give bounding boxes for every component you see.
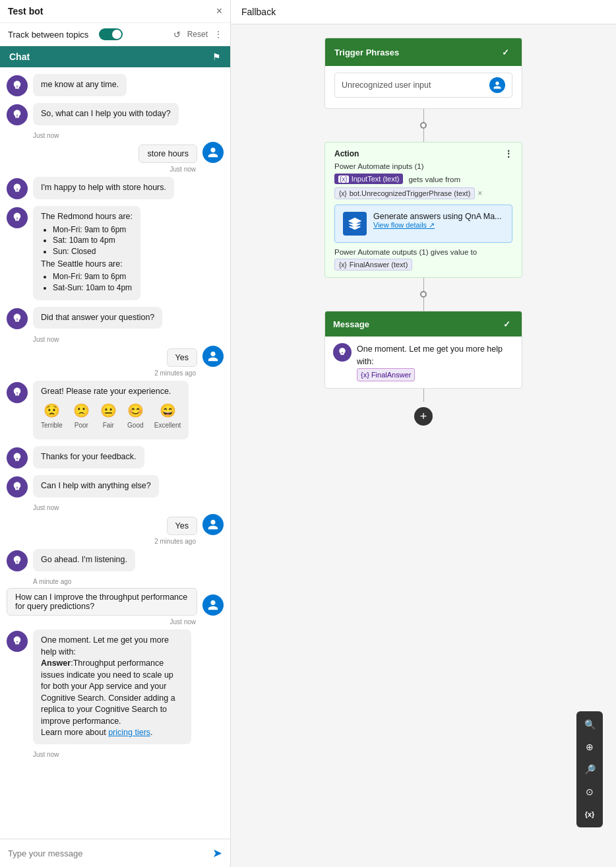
trigger-card-title: Trigger Phrases: [334, 48, 399, 57]
user-bubble: store hours: [139, 144, 197, 163]
chat-header: Chat ⚑: [0, 46, 230, 67]
trigger-card: Trigger Phrases ✓ Unrecognized user inpu…: [324, 38, 522, 109]
send-button[interactable]: ➤: [212, 846, 222, 860]
chat-input-area: ➤: [0, 839, 230, 867]
long-answer-bubble: One moment. Let me get you more help wit…: [33, 629, 191, 744]
zoom-out-button[interactable]: 🔎: [579, 759, 600, 780]
bot-bubble: So, what can I help you with today?: [33, 103, 179, 125]
bot-message-row: Thanks for your feedback.: [7, 446, 224, 468]
rating-excellent[interactable]: 😄Excellent: [154, 401, 181, 430]
bot-bubble: Go ahead. I'm listening.: [33, 549, 135, 571]
generate-card: Generate answers using QnA Ma... View fl…: [334, 205, 512, 243]
message-card-header: Message ✓: [325, 311, 522, 337]
chat-messages: me know at any time. So, what can I help…: [0, 67, 230, 839]
remove-variable-button[interactable]: ×: [477, 189, 482, 198]
user-avatar: [202, 346, 224, 367]
timestamp: Just now: [33, 751, 224, 758]
reset-label[interactable]: Reset: [187, 30, 208, 39]
top-bar: Test bot ×: [0, 0, 230, 23]
rating-bubble: Great! Please rate your experience. 😟Ter…: [33, 381, 189, 440]
pricing-link[interactable]: pricing tiers: [108, 728, 150, 737]
bot-message-row: Did that answer your question?: [7, 307, 224, 329]
connector-dot: [420, 122, 427, 129]
trigger-phrase-input[interactable]: Unrecognized user input: [334, 73, 512, 98]
gets-value-text: gets value from: [408, 176, 460, 183]
action-title: Action: [334, 149, 359, 158]
final-var: {x} FinalAnswer: [357, 368, 415, 382]
chat-header-title: Chat: [9, 51, 30, 62]
action-more-icon[interactable]: ⋮: [505, 149, 512, 158]
reset-area[interactable]: ↺ Reset ⋮: [173, 30, 222, 40]
bot-avatar: [7, 75, 28, 96]
hours-bubble: The Redmond hours are: Mon-Fri: 9am to 6…: [33, 206, 140, 300]
user-message-row: How can I improve the throughput perform…: [7, 588, 224, 616]
connector-line: [423, 298, 424, 311]
message-card-body: One moment. Let me get you more help wit…: [325, 337, 522, 388]
connector-line: [423, 278, 424, 291]
bot-message-row: So, what can I help you with today?: [7, 103, 224, 125]
timestamp: Just now: [7, 166, 196, 173]
bot-bubble: me know at any time.: [33, 74, 127, 96]
connector-line: [423, 389, 424, 402]
bot-title: Test bot: [8, 6, 43, 16]
reset-view-button[interactable]: ⊙: [579, 781, 600, 802]
view-flow-link[interactable]: View flow details ↗: [373, 221, 502, 230]
generate-icon: [343, 212, 367, 236]
flag-icon[interactable]: ⚑: [212, 51, 221, 62]
action-card: Action ⋮ Power Automate inputs (1) {x} I…: [324, 142, 522, 278]
message-card: Message ✓ One moment. Let me get you mor…: [324, 311, 522, 389]
bot-avatar: [7, 447, 28, 468]
msg-bot-avatar: [333, 343, 352, 362]
bot-bubble: Did that answer your question?: [33, 307, 162, 329]
message-text: One moment. Let me get you more help wit…: [357, 343, 514, 381]
bot-avatar: [7, 104, 28, 125]
user-message-row: store hours: [7, 142, 224, 163]
zoom-in-button[interactable]: 🔍: [579, 714, 600, 735]
bot-avatar: [7, 382, 28, 403]
rating-row: 😟Terrible 🙁Poor 😐Fair 😊Good 😄Excellent: [41, 401, 181, 430]
connector-line: [423, 109, 424, 122]
track-toggle[interactable]: [99, 28, 123, 40]
connector-line: [423, 129, 424, 142]
flow-area: Trigger Phrases ✓ Unrecognized user inpu…: [231, 24, 616, 867]
bot-avatar: [7, 550, 28, 571]
user-avatar: [202, 142, 224, 163]
rating-terrible[interactable]: 😟Terrible: [41, 401, 63, 430]
flow-toolbar: 🔍 ⊕ 🔎 ⊙ {x}: [576, 711, 603, 827]
bot-message-row: me know at any time.: [7, 74, 224, 96]
generate-title: Generate answers using QnA Ma...: [373, 212, 502, 221]
track-label: Track between topics: [8, 30, 88, 40]
input-text-label: InputText (text): [352, 175, 400, 183]
right-panel: Fallback Trigger Phrases ✓ Unrecognized …: [231, 0, 616, 867]
variable-badge: {x} bot.UnrecognizedTriggerPhrase (text): [334, 187, 475, 199]
learn-more-text: Learn more about: [41, 728, 108, 737]
bot-message-row: One moment. Let me get you more help wit…: [7, 629, 224, 744]
variables-button[interactable]: {x}: [579, 804, 600, 825]
trigger-text: Unrecognized user input: [342, 80, 431, 90]
connector-dot: [420, 291, 427, 298]
more-options-icon[interactable]: ⋮: [214, 30, 222, 39]
bot-avatar: [7, 207, 28, 228]
rating-good[interactable]: 😊Good: [127, 401, 144, 430]
bot-message-row: The Redmond hours are: Mon-Fri: 9am to 6…: [7, 206, 224, 300]
rating-fair[interactable]: 😐Fair: [100, 401, 117, 430]
final-answer-badge: {x} FinalAnswer (text): [334, 259, 412, 271]
user-message-row: Yes: [7, 514, 224, 535]
final-answer-label: FinalAnswer (text): [350, 261, 408, 269]
bot-avatar: [7, 178, 28, 199]
trigger-card-body: Unrecognized user input: [325, 66, 522, 108]
timestamp: 2 minutes ago: [7, 369, 196, 377]
rating-poor[interactable]: 🙁Poor: [73, 401, 90, 430]
check-badge: ✓: [498, 45, 512, 59]
add-node-button[interactable]: +: [414, 407, 433, 426]
left-panel: Test bot × Track between topics ↺ Reset …: [0, 0, 231, 867]
input-text-badge: {x} InputText (text): [334, 174, 403, 184]
pa-inputs-label: Power Automate inputs (1): [334, 162, 512, 170]
recenter-button[interactable]: ⊕: [579, 736, 600, 757]
chat-input[interactable]: [8, 849, 207, 858]
close-button[interactable]: ×: [216, 5, 222, 17]
bot-message-row: Go ahead. I'm listening.: [7, 549, 224, 571]
user-avatar: [202, 594, 224, 616]
pa-outputs-label: Power Automate outputs (1) gives value t…: [334, 248, 512, 256]
reset-icon: ↺: [173, 30, 181, 40]
